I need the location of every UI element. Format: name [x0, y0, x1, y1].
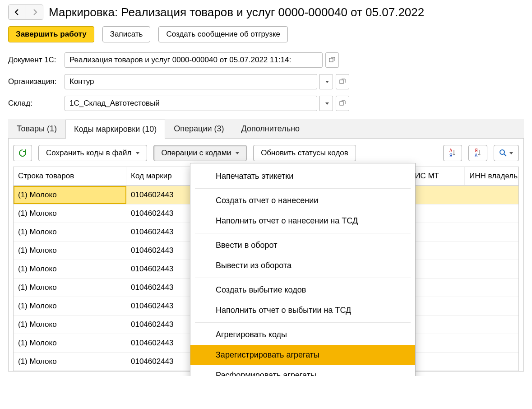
document-field[interactable]: Реализация товаров и услуг 0000-000040 о… — [65, 52, 323, 68]
col-owner-inn[interactable]: ИНН владель — [465, 167, 518, 185]
sort-desc-button[interactable]: ЯА — [468, 145, 487, 161]
cell-goods-row: (1) Молоко — [14, 279, 126, 297]
chevron-down-icon — [509, 152, 513, 154]
cell-goods-row: (1) Молоко — [14, 334, 126, 352]
menu-item[interactable]: Агрегировать коды — [190, 325, 415, 345]
cell-owner-inn — [465, 353, 518, 371]
tab-marking-codes[interactable]: Коды маркировки (10) — [65, 120, 165, 139]
cell-goods-row: (1) Молоко — [14, 297, 126, 315]
nav-back-button[interactable] — [9, 5, 26, 19]
cell-goods-row: (1) Молоко — [14, 353, 126, 371]
sort-asc-icon: АЯ — [449, 148, 453, 158]
refresh-button[interactable] — [13, 145, 32, 161]
cell-goods-row: (1) Молоко — [14, 242, 126, 260]
code-operations-button[interactable]: Операции с кодами — [153, 145, 247, 161]
save-codes-to-file-button[interactable]: Сохранить коды в файл — [38, 145, 147, 161]
warehouse-open-button[interactable] — [336, 96, 349, 111]
refresh-code-statuses-button[interactable]: Обновить статусы кодов — [253, 145, 356, 161]
menu-item[interactable]: Зарегистрировать агрегаты — [190, 345, 415, 365]
open-icon — [339, 100, 346, 107]
sort-desc-icon: ЯА — [475, 148, 478, 158]
tab-operations[interactable]: Операции (3) — [165, 119, 232, 138]
menu-item[interactable]: Создать отчет о нанесении — [190, 191, 415, 211]
menu-item[interactable]: Расформировать агрегаты — [190, 365, 415, 376]
cell-owner-inn — [465, 223, 518, 241]
svg-rect-0 — [329, 58, 333, 62]
menu-item[interactable]: Ввести в оборот — [190, 235, 415, 256]
menu-item[interactable]: Напечатать этикетки — [190, 166, 415, 186]
nav-forward-button[interactable] — [26, 5, 43, 19]
menu-separator — [195, 188, 411, 189]
code-operations-menu: Напечатать этикеткиСоздать отчет о нанес… — [190, 163, 416, 376]
cell-goods-row: (1) Молоко — [14, 204, 126, 223]
open-icon — [339, 79, 346, 85]
nav-history-group — [8, 5, 43, 20]
create-shipment-msg-button[interactable]: Создать сообщение об отгрузке — [158, 26, 288, 42]
tabs: Товары (1) Коды маркировки (10) Операции… — [8, 119, 524, 139]
save-button[interactable]: Записать — [102, 26, 151, 42]
finish-button[interactable]: Завершить работу — [8, 26, 94, 42]
chevron-down-icon — [136, 152, 139, 154]
organization-label: Организация: — [8, 77, 65, 86]
refresh-icon — [18, 149, 27, 158]
arrow-down-icon — [452, 150, 456, 156]
cell-owner-inn — [465, 242, 518, 260]
organization-open-button[interactable] — [336, 74, 349, 89]
primary-toolbar: Завершить работу Записать Создать сообще… — [8, 26, 524, 42]
warehouse-label: Склад: — [8, 99, 65, 108]
arrow-left-icon — [14, 9, 21, 16]
chevron-down-icon — [325, 102, 329, 105]
svg-rect-2 — [340, 102, 343, 105]
cell-owner-inn — [465, 204, 518, 223]
menu-item[interactable]: Наполнить отчет о нанесении на ТСД — [190, 211, 415, 231]
cell-goods-row: (1) Молоко — [14, 223, 126, 241]
menu-separator — [195, 278, 411, 278]
cell-goods-row: (1) Молоко — [14, 260, 126, 278]
arrow-down-icon — [477, 150, 481, 156]
cell-goods-row: (1) Молоко — [14, 186, 126, 204]
tab-goods[interactable]: Товары (1) — [8, 119, 65, 138]
menu-item[interactable]: Создать выбытие кодов — [190, 280, 415, 300]
open-icon — [329, 57, 335, 63]
cell-owner-inn — [465, 316, 518, 334]
cell-owner-inn — [465, 260, 518, 278]
document-label: Документ 1С: — [8, 56, 65, 65]
search-button[interactable] — [494, 145, 519, 161]
chevron-down-icon — [325, 81, 329, 83]
document-open-button[interactable] — [325, 52, 339, 68]
organization-field[interactable]: Контур — [65, 74, 317, 89]
arrow-right-icon — [31, 9, 38, 16]
tab-additional[interactable]: Дополнительно — [233, 119, 309, 138]
svg-rect-1 — [340, 80, 343, 84]
cell-goods-row: (1) Молоко — [14, 316, 126, 334]
menu-separator — [195, 233, 411, 233]
svg-point-3 — [500, 150, 504, 154]
save-codes-label: Сохранить коды в файл — [46, 149, 131, 158]
cell-owner-inn — [465, 279, 518, 297]
page-title: Маркировка: Реализация товаров и услуг 0… — [49, 5, 424, 19]
warehouse-dropdown-button[interactable] — [319, 96, 333, 111]
chevron-down-icon — [236, 152, 239, 154]
codes-toolbar: Сохранить коды в файл Операции с кодами … — [13, 145, 519, 161]
warehouse-field[interactable]: 1С_Склад_Автотестовый — [65, 96, 317, 111]
cell-owner-inn — [465, 297, 518, 315]
sort-asc-button[interactable]: АЯ — [443, 145, 462, 161]
col-goods-row[interactable]: Строка товаров — [14, 167, 126, 185]
cell-owner-inn — [465, 186, 518, 204]
menu-separator — [195, 322, 411, 323]
organization-dropdown-button[interactable] — [319, 74, 333, 89]
cell-owner-inn — [465, 334, 518, 352]
code-operations-label: Операции с кодами — [161, 149, 231, 158]
menu-item[interactable]: Вывести из оборота — [190, 256, 415, 276]
menu-item[interactable]: Наполнить отчет о выбытии на ТСД — [190, 300, 415, 321]
search-icon — [500, 149, 507, 157]
